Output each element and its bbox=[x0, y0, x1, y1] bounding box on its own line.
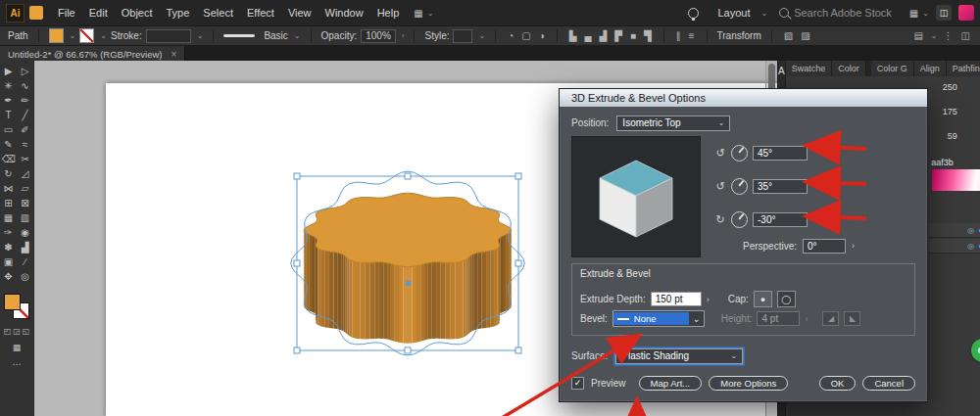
stock-search[interactable]: Search Adobe Stock bbox=[779, 7, 892, 19]
home-icon[interactable] bbox=[29, 6, 43, 20]
gradient-tool[interactable]: ▥ bbox=[18, 210, 32, 225]
creative-cloud-icon[interactable] bbox=[958, 5, 974, 21]
direct-selection-tool[interactable]: ▷ bbox=[18, 64, 32, 78]
visibility-icon[interactable]: ◎ bbox=[967, 242, 974, 251]
pen-tool[interactable]: ✒ bbox=[1, 93, 16, 108]
hand-tool[interactable]: ✥ bbox=[1, 269, 16, 284]
orientation-cube-preview[interactable] bbox=[571, 136, 701, 257]
extrude-depth-field[interactable]: 150 pt bbox=[651, 292, 702, 306]
shaper-tool[interactable]: ≈ bbox=[18, 137, 32, 152]
eraser-tool[interactable]: ⌫ bbox=[1, 152, 16, 166]
stepper-icon[interactable]: › bbox=[707, 295, 710, 304]
pencil-tool[interactable]: ✎ bbox=[1, 137, 16, 152]
visibility-icon[interactable]: ◎ bbox=[967, 226, 974, 235]
draw-behind-icon[interactable]: ◲ bbox=[13, 327, 21, 336]
scissors-tool[interactable]: ✂ bbox=[18, 152, 32, 166]
align-top-icon[interactable]: ▛ bbox=[612, 30, 624, 41]
layer-row[interactable]: ◎ ● bbox=[926, 223, 980, 238]
rectangle-tool[interactable]: ▭ bbox=[1, 122, 16, 137]
graph-tool[interactable]: ▟ bbox=[18, 240, 32, 254]
lasso-tool[interactable]: ∿ bbox=[18, 78, 32, 93]
zoom-tool[interactable]: ◎ bbox=[18, 269, 32, 284]
position-dropdown[interactable]: Isometric Top ⌄ bbox=[616, 116, 730, 131]
free-transform-tool[interactable]: ▱ bbox=[18, 181, 32, 196]
map-art-button[interactable]: Map Art... bbox=[639, 376, 703, 391]
width-tool[interactable]: ⋈ bbox=[1, 181, 16, 196]
more-options-icon[interactable]: ⋮ bbox=[942, 30, 956, 41]
panel-tab[interactable]: Align bbox=[914, 61, 947, 76]
character-panel-icon[interactable]: A bbox=[778, 66, 785, 76]
distribute-vertical-icon[interactable]: ≡ bbox=[687, 30, 697, 41]
shape-builder-tool[interactable]: ⊞ bbox=[1, 196, 16, 210]
ok-button[interactable]: OK bbox=[819, 376, 857, 391]
cap-off-icon[interactable]: ◯ bbox=[777, 291, 796, 307]
layout-dropdown[interactable]: Layout bbox=[710, 5, 757, 21]
screen-mode-icon[interactable]: ▦ bbox=[13, 343, 22, 352]
menu-item[interactable]: View bbox=[281, 5, 318, 21]
document-setup-icon[interactable]: ◔ bbox=[506, 30, 515, 41]
panel-field-value[interactable]: 59 bbox=[948, 131, 957, 141]
panel-field-value[interactable]: 250 bbox=[943, 82, 957, 92]
chevron-right-icon[interactable]: › bbox=[852, 241, 855, 251]
fill-color-indicator[interactable] bbox=[4, 294, 21, 310]
panel-dock-icon[interactable]: ◫ bbox=[959, 30, 972, 41]
eyedropper-tool[interactable]: ✑ bbox=[1, 225, 16, 240]
graphic-style-dropdown[interactable] bbox=[453, 29, 472, 43]
perspective-field[interactable]: 0° bbox=[803, 239, 846, 254]
align-right-icon[interactable]: ▟ bbox=[598, 30, 610, 41]
panel-tab[interactable]: Color bbox=[832, 61, 866, 76]
perspective-grid-tool[interactable]: ⊠ bbox=[18, 196, 32, 210]
app-switcher-icon[interactable]: ◫ bbox=[936, 5, 952, 21]
brush-definition-dropdown[interactable]: Basic bbox=[264, 30, 287, 41]
magic-wand-tool[interactable]: ✳ bbox=[1, 78, 16, 93]
menu-item[interactable]: Help bbox=[370, 5, 407, 21]
menu-item[interactable]: File bbox=[51, 5, 82, 21]
paintbrush-tool[interactable]: ✐ bbox=[18, 122, 32, 137]
blend-tool[interactable]: ◉ bbox=[18, 225, 32, 240]
hex-color-value[interactable]: aaf3b bbox=[931, 158, 954, 167]
arrange-documents-icon[interactable]: ▤ bbox=[911, 30, 924, 41]
more-options-button[interactable]: More Options bbox=[709, 376, 788, 391]
isolate-icon[interactable]: ▢ bbox=[519, 30, 532, 41]
panel-tab[interactable]: Pathfin bbox=[947, 61, 980, 76]
rotation-angle-field[interactable]: 35° bbox=[753, 179, 808, 194]
artboard-tool[interactable]: ▣ bbox=[1, 254, 16, 269]
document-tab[interactable]: Untitled-2* @ 66.67% (RGB/Preview) × bbox=[0, 46, 185, 61]
cap-on-icon[interactable]: ● bbox=[754, 291, 772, 307]
stroke-weight-dropdown[interactable] bbox=[146, 29, 191, 43]
menu-item[interactable]: Edit bbox=[82, 5, 115, 21]
align-middle-icon[interactable]: ■ bbox=[628, 30, 638, 41]
workspace-switcher-icon[interactable]: ▦ bbox=[414, 8, 422, 19]
layer-row[interactable]: ◎ ● bbox=[926, 239, 980, 254]
discover-lightbulb-icon[interactable] bbox=[688, 8, 699, 19]
slice-tool[interactable]: ∕ bbox=[18, 254, 32, 269]
stroke-color-swatch[interactable] bbox=[79, 28, 94, 43]
distribute-horizontal-icon[interactable]: ∥ bbox=[674, 30, 683, 41]
rotate-tool[interactable]: ↻ bbox=[1, 166, 16, 181]
align-left-icon[interactable]: ▙ bbox=[567, 30, 579, 41]
edit-toolbar-icon[interactable]: ⋯ bbox=[13, 359, 22, 369]
menu-item[interactable]: Effect bbox=[240, 5, 281, 21]
draw-normal-icon[interactable]: ◰ bbox=[4, 327, 12, 336]
draw-inside-icon[interactable]: ◱ bbox=[23, 327, 30, 336]
notification-badge[interactable]: 68 bbox=[971, 339, 980, 362]
preview-checkbox[interactable] bbox=[571, 377, 584, 390]
recolor-icon[interactable]: ◑ bbox=[537, 30, 547, 41]
illustrator-logo-icon[interactable]: Ai bbox=[6, 4, 24, 23]
surface-dropdown[interactable]: Plastic Shading ⌄ bbox=[615, 348, 743, 364]
close-icon[interactable]: × bbox=[171, 49, 176, 60]
cancel-button[interactable]: Cancel bbox=[862, 376, 915, 391]
scale-tool[interactable]: ◿ bbox=[18, 166, 32, 181]
dialog-title[interactable]: 3D Extrude & Bevel Options bbox=[560, 89, 927, 107]
fill-color-swatch[interactable] bbox=[49, 28, 64, 43]
curvature-tool[interactable]: ✏ bbox=[18, 93, 32, 108]
menu-item[interactable]: Select bbox=[196, 5, 240, 21]
stock-grid-icon[interactable]: ▦ bbox=[909, 8, 918, 19]
preferences-icon[interactable]: ▨ bbox=[799, 30, 811, 41]
rotation-dial-icon[interactable] bbox=[731, 178, 748, 195]
panel-tab[interactable]: Swatche bbox=[786, 61, 833, 76]
panel-field-value[interactable]: 175 bbox=[943, 107, 957, 116]
opacity-field[interactable]: 100% bbox=[361, 29, 396, 43]
symbol-sprayer-tool[interactable]: ✽ bbox=[1, 240, 16, 254]
transform-panel-link[interactable]: Transform bbox=[717, 30, 761, 41]
